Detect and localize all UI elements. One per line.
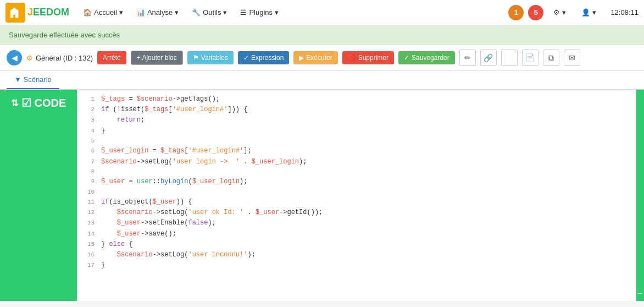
tabs-bar: ▼ Scénario (0, 71, 644, 90)
code-line: 14 $_user->save(); (77, 229, 636, 239)
variables-button[interactable]: ⚑ Variables (187, 51, 234, 64)
user-icon: 👤 (581, 8, 590, 17)
code-text: if (!isset($_tags['#user_login#'])) { (101, 105, 247, 115)
code-text: $_tags = $scenario->getTags(); (101, 94, 220, 105)
code-line: 3 return; (77, 115, 636, 125)
line-number: 16 (79, 250, 95, 260)
line-number: 17 (79, 261, 95, 271)
line-number: 10 (79, 188, 95, 198)
arrete-button[interactable]: Arrêté (97, 51, 126, 64)
code-text: } (101, 126, 105, 136)
line-number: 13 (79, 218, 95, 228)
scroll-right: − (636, 90, 644, 301)
brand: JEEDOM (5, 3, 69, 23)
alert-success: Sauvegarde effectuée avec succès (0, 25, 644, 45)
code-label: ⇅ ☑ CODE (11, 96, 66, 109)
checkbox-icon: ☑ (21, 96, 31, 109)
tab-scenario[interactable]: ▼ Scénario (7, 71, 59, 89)
filter-icon: ▼ (14, 75, 23, 84)
back-button[interactable]: ◀ (7, 50, 22, 65)
link-icon-btn[interactable]: 🔗 (480, 50, 497, 66)
code-line: 5 (77, 136, 636, 146)
nav-items: 🏠 Accueil ▾ 📊 Analyse ▾ 🔧 Outils ▾ ☰ Plu… (77, 5, 508, 20)
line-number: 4 (79, 127, 95, 136)
code-text: $_user_login = $_tags['#user_login#']; (101, 146, 252, 156)
executer-button[interactable]: ▶ Exécuter (293, 51, 337, 64)
line-number: 3 (79, 116, 95, 125)
nav-analyse[interactable]: 📊 Analyse ▾ (131, 5, 184, 20)
brand-text: JEEDOM (27, 7, 69, 18)
nav-user[interactable]: 👤 ▾ (576, 5, 602, 20)
chevron-down-icon: ▾ (119, 8, 123, 17)
line-number: 2 (79, 105, 95, 115)
line-number: 14 (79, 229, 95, 239)
analyse-icon: 📊 (136, 8, 145, 17)
navbar: JEEDOM 🏠 Accueil ▾ 📊 Analyse ▾ 🔧 Outils … (0, 0, 644, 25)
nav-outils[interactable]: 🔧 Outils ▾ (186, 5, 232, 20)
code-line: 4} (77, 126, 636, 136)
code-text: $_user = user::byLogin($_user_login); (101, 177, 248, 187)
nav-accueil[interactable]: 🏠 Accueil ▾ (77, 5, 129, 20)
file-icon-btn[interactable]: 📄 (522, 50, 538, 66)
wrench-icon: 🔧 (192, 8, 201, 17)
line-number: 6 (79, 146, 95, 156)
code-line: 15} else { (77, 239, 636, 250)
code-line: 1$_tags = $scenario->getTags(); (77, 94, 636, 105)
line-number: 1 (79, 95, 95, 105)
main-content: ⇅ ☑ CODE 1$_tags = $scenario->getTags();… (0, 90, 644, 301)
line-number: 15 (79, 240, 95, 250)
code-text: $_user->setEnable(false); (101, 218, 216, 228)
code-line: 17} (77, 260, 636, 271)
supprimer-button[interactable]: 🚫 Supprimer (342, 51, 394, 64)
badge-notification-2[interactable]: 5 (528, 5, 543, 20)
home-icon: 🏠 (83, 8, 92, 17)
save-icon: ✓ (404, 54, 409, 62)
navbar-time: 12:08:11 (610, 8, 639, 17)
scroll-minus[interactable]: − (637, 289, 642, 299)
copy-icon-btn[interactable]: ⧉ (543, 50, 559, 66)
code-line: 7$scenario->setLog('user login -> ' . $_… (77, 157, 636, 167)
line-number: 7 (79, 157, 95, 167)
chevron-down-icon: ▾ (592, 8, 596, 17)
code-text: } (101, 260, 105, 271)
badge-notification-1[interactable]: 1 (508, 5, 524, 20)
code-text: $scenario->setLog('user inconnu!'); (101, 250, 256, 260)
code-line: 9$_user = user::byLogin($_user_login); (77, 177, 636, 187)
check-icon: ✓ (243, 54, 249, 62)
mail-icon-btn[interactable]: ✉ (564, 50, 580, 66)
code-sidebar: ⇅ ☑ CODE (0, 90, 77, 301)
line-number: 8 (79, 167, 95, 177)
variables-icon: ⚑ (193, 54, 199, 62)
scenario-toolbar: ◀ ⚙ Général (ID : 132) Arrêté + Ajouter … (0, 45, 644, 71)
code-line: 11if(is_object($_user)) { (77, 197, 636, 207)
code-text: return; (101, 115, 145, 125)
blank-icon-btn[interactable] (501, 50, 518, 66)
chevron-down-icon: ▾ (275, 8, 279, 17)
nav-settings[interactable]: ⚙ ▾ (548, 5, 571, 20)
play-icon: ▶ (299, 54, 304, 62)
code-text: if(is_object($_user)) { (101, 197, 192, 207)
code-line: 8 (77, 167, 636, 177)
chevron-down-icon: ▾ (562, 8, 566, 17)
code-text: } else { (101, 239, 133, 250)
nav-plugins[interactable]: ☰ Plugins ▾ (235, 5, 284, 20)
sauvegarder-button[interactable]: ✓ Sauvegarder (398, 51, 455, 64)
navbar-right: 1 5 ⚙ ▾ 👤 ▾ 12:08:11 (508, 5, 639, 20)
code-line: 12 $scenario->setLog('user ok Id: ' . $_… (77, 207, 636, 218)
ajouter-bloc-button[interactable]: + Ajouter bloc (131, 51, 183, 65)
gear-icon: ⚙ (553, 8, 560, 17)
edit-icon-btn[interactable]: ✏ (459, 50, 476, 66)
line-number: 5 (79, 136, 95, 146)
chevron-down-icon: ▾ (175, 8, 179, 17)
code-text: $scenario->setLog('user login -> ' . $_u… (101, 157, 307, 167)
line-number: 12 (79, 208, 95, 218)
ban-icon: 🚫 (348, 54, 356, 62)
code-editor[interactable]: 1$_tags = $scenario->getTags();2if (!iss… (77, 90, 636, 301)
code-line: 6$_user_login = $_tags['#user_login#']; (77, 146, 636, 156)
logo-icon (5, 3, 25, 23)
expression-button[interactable]: ✓ Expression (238, 51, 289, 64)
scenario-title: ⚙ Général (ID : 132) (26, 54, 93, 62)
line-number: 11 (79, 198, 95, 207)
code-text: $_user->save(); (101, 229, 176, 239)
code-line: 16 $scenario->setLog('user inconnu!'); (77, 250, 636, 260)
